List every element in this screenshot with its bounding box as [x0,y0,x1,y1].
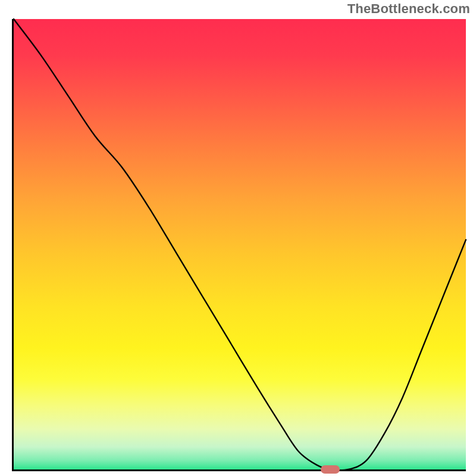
bottleneck-curve [14,19,466,469]
plot-area [12,19,466,471]
watermark-text: TheBottleneck.com [347,1,470,17]
optimal-marker [321,465,340,474]
bottleneck-chart: TheBottleneck.com [0,0,476,476]
